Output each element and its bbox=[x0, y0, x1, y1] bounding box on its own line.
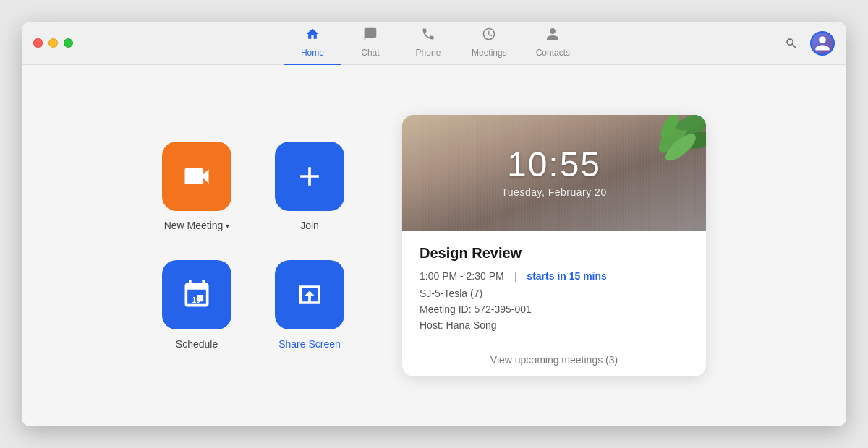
share-screen-label: Share Screen bbox=[278, 338, 341, 350]
meeting-title: Design Review bbox=[420, 245, 689, 262]
join-label: Join bbox=[300, 220, 319, 231]
meeting-card: 10:55 Tuesday, February 20 Design Review… bbox=[402, 115, 706, 376]
clock-time: 10:55 bbox=[501, 147, 606, 182]
home-icon bbox=[305, 27, 320, 45]
search-button[interactable] bbox=[781, 33, 801, 53]
meeting-time-range: 1:00 PM - 2:30 PM bbox=[420, 270, 504, 282]
schedule-label: Schedule bbox=[176, 338, 218, 350]
tab-phone-label: Phone bbox=[416, 48, 441, 58]
meeting-card-header: 10:55 Tuesday, February 20 bbox=[402, 115, 706, 231]
title-bar: Home Chat Phone bbox=[22, 22, 846, 65]
traffic-lights bbox=[33, 38, 73, 48]
meeting-room: SJ-5-Tesla (7) bbox=[420, 288, 689, 299]
clock-display: 10:55 Tuesday, February 20 bbox=[501, 147, 606, 198]
plant-decoration bbox=[619, 115, 706, 187]
avatar[interactable] bbox=[810, 31, 835, 56]
phone-icon bbox=[421, 27, 435, 45]
schedule-button[interactable]: 19 bbox=[162, 260, 231, 329]
close-button[interactable] bbox=[33, 38, 43, 48]
new-meeting-item[interactable]: New Meeting ▾ bbox=[162, 142, 231, 231]
share-screen-item[interactable]: Share Screen bbox=[275, 260, 344, 350]
meeting-host-row: Host: Hana Song bbox=[420, 319, 689, 331]
actions-grid: New Meeting ▾ Join 19 bbox=[162, 142, 344, 350]
meeting-id-value: 572-395-001 bbox=[474, 303, 531, 315]
new-meeting-button[interactable] bbox=[162, 142, 231, 211]
main-nav: Home Chat Phone bbox=[284, 22, 584, 65]
meeting-id-label: Meeting ID: bbox=[420, 303, 474, 315]
tab-chat[interactable]: Chat bbox=[341, 22, 399, 65]
new-meeting-label: New Meeting ▾ bbox=[164, 220, 230, 231]
schedule-item[interactable]: 19 Schedule bbox=[162, 260, 231, 350]
meeting-card-body: Design Review 1:00 PM - 2:30 PM | starts… bbox=[402, 231, 706, 331]
tab-meetings-label: Meetings bbox=[472, 48, 507, 58]
tab-contacts[interactable]: Contacts bbox=[522, 22, 584, 65]
view-upcoming-button[interactable]: View upcoming meetings (3) bbox=[402, 343, 706, 376]
tab-home-label: Home bbox=[301, 48, 324, 58]
tab-chat-label: Chat bbox=[361, 48, 379, 58]
clock-date: Tuesday, February 20 bbox=[501, 186, 606, 198]
tab-home[interactable]: Home bbox=[284, 22, 341, 65]
chat-icon bbox=[363, 27, 378, 45]
host-label: Host: bbox=[420, 319, 446, 331]
meetings-icon bbox=[482, 27, 496, 45]
app-window: Home Chat Phone bbox=[22, 22, 846, 426]
tab-meetings[interactable]: Meetings bbox=[457, 22, 522, 65]
contacts-icon bbox=[545, 27, 560, 45]
chevron-down-icon: ▾ bbox=[226, 222, 229, 230]
title-bar-right bbox=[781, 31, 835, 56]
starts-soon-badge: starts in 15 mins bbox=[527, 270, 607, 282]
join-item[interactable]: Join bbox=[275, 142, 344, 231]
view-upcoming-label: View upcoming meetings (3) bbox=[490, 354, 618, 366]
share-screen-button[interactable] bbox=[275, 260, 344, 329]
minimize-button[interactable] bbox=[48, 38, 58, 48]
new-meeting-text: New Meeting bbox=[164, 220, 224, 231]
join-text: Join bbox=[300, 220, 319, 231]
join-button[interactable] bbox=[275, 142, 344, 211]
schedule-text: Schedule bbox=[176, 338, 218, 350]
meeting-time-row: 1:00 PM - 2:30 PM | starts in 15 mins bbox=[420, 270, 689, 282]
main-content: New Meeting ▾ Join 19 bbox=[22, 65, 846, 426]
share-screen-text: Share Screen bbox=[278, 338, 341, 350]
svg-text:19: 19 bbox=[192, 296, 201, 304]
maximize-button[interactable] bbox=[64, 38, 73, 48]
tab-contacts-label: Contacts bbox=[536, 48, 570, 58]
time-divider: | bbox=[514, 270, 517, 282]
host-name: Hana Song bbox=[446, 319, 497, 331]
tab-phone[interactable]: Phone bbox=[399, 22, 457, 65]
meeting-id-row: Meeting ID: 572-395-001 bbox=[420, 303, 689, 315]
